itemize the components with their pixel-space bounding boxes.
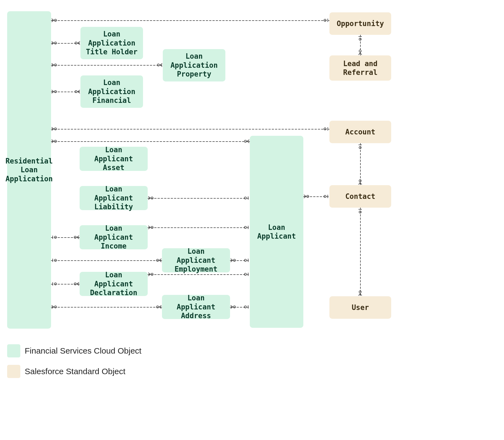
rel-declaration-applicant — [148, 274, 250, 275]
entity-label: Account — [345, 128, 376, 137]
rel-income-applicant — [148, 227, 250, 228]
entity-label: Contact — [345, 192, 376, 201]
legend-label-std: Salesforce Standard Object — [25, 367, 125, 376]
entity-label: Opportunity — [337, 19, 384, 28]
entity-label: Loan Applicant Income — [85, 224, 143, 251]
entity-user: User — [329, 296, 391, 319]
entity-label: Loan Applicant Asset — [85, 145, 143, 172]
entity-label: Lead and Referral — [343, 59, 377, 77]
rel-rla-declaration — [51, 284, 80, 284]
entity-label: Loan Applicant Address — [167, 294, 225, 320]
legend-swatch-std — [7, 365, 20, 378]
rel-rla-property — [51, 65, 163, 66]
rel-account-contact — [360, 143, 361, 185]
rel-rla-address — [51, 307, 162, 308]
entity-loan-application-property: Loan Application Property — [163, 49, 225, 81]
entity-loan-applicant-declaration: Loan Applicant Declaration — [80, 272, 148, 296]
rel-rla-employment — [51, 260, 162, 261]
entity-label: Loan Applicant Employment — [167, 247, 225, 274]
entity-label: Loan Applicant — [257, 223, 296, 241]
er-diagram-canvas: Residential Loan Application Loan Applic… — [0, 0, 504, 440]
rel-applicant-contact — [303, 196, 329, 197]
entity-label: User — [352, 303, 369, 312]
rel-opportunity-lead — [360, 35, 361, 55]
entity-label: Loan Application Title Holder — [86, 30, 138, 57]
entity-label: Loan Applicant Declaration — [85, 270, 143, 297]
entity-loan-applicant-asset: Loan Applicant Asset — [80, 147, 148, 171]
entity-loan-applicant-liability: Loan Applicant Liability — [80, 186, 148, 210]
entity-loan-applicant: Loan Applicant — [250, 136, 303, 328]
legend-label-fsc: Financial Services Cloud Object — [25, 346, 141, 356]
rel-contact-user — [360, 208, 361, 296]
entity-label: Loan Application Property — [170, 52, 218, 79]
legend-swatch-fsc — [7, 344, 20, 357]
entity-loan-applicant-employment: Loan Applicant Employment — [162, 248, 230, 272]
rel-rla-account — [51, 129, 329, 129]
entity-contact: Contact — [329, 185, 391, 208]
rel-rla-opportunity — [51, 20, 329, 21]
entity-label: Residential Loan Application — [5, 157, 53, 184]
entity-loan-application-title-holder: Loan Application Title Holder — [80, 27, 143, 59]
entity-opportunity: Opportunity — [329, 12, 391, 35]
rel-rla-income — [51, 237, 80, 238]
rel-rla-loan-applicant — [51, 141, 250, 142]
rel-employment-applicant — [230, 260, 250, 261]
entity-loan-applicant-address: Loan Applicant Address — [162, 295, 230, 319]
rel-address-applicant — [230, 307, 250, 308]
entity-account: Account — [329, 121, 391, 143]
entity-residential-loan-application: Residential Loan Application — [7, 11, 51, 329]
entity-loan-application-financial: Loan Application Financial — [80, 75, 143, 108]
entity-label: Loan Application Financial — [88, 78, 135, 105]
entity-loan-applicant-income: Loan Applicant Income — [80, 225, 148, 249]
entity-label: Loan Applicant Liability — [85, 185, 143, 211]
rel-rla-financial — [51, 92, 80, 92]
rel-rla-title-holder — [51, 43, 80, 44]
rel-liability-applicant — [148, 198, 250, 199]
entity-lead-and-referral: Lead and Referral — [329, 55, 391, 81]
